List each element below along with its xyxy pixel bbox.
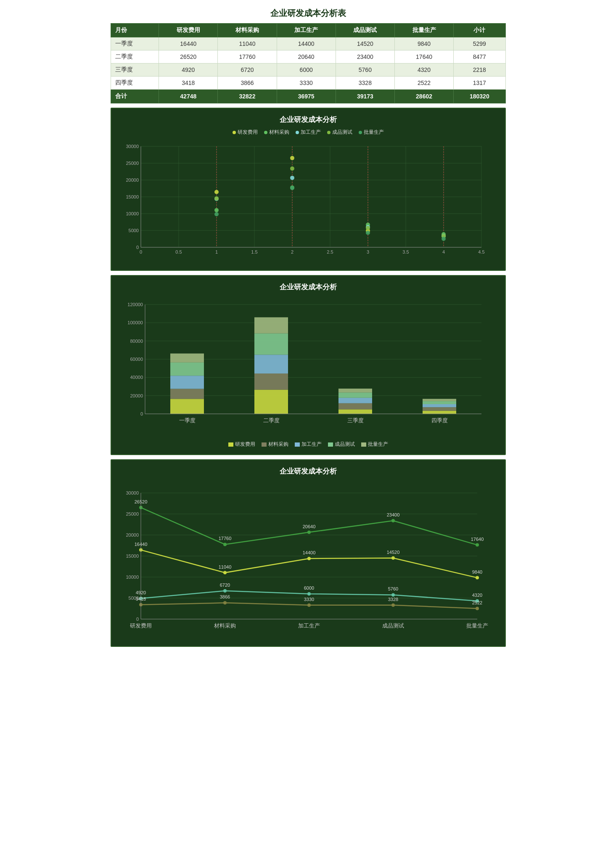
svg-point-135 bbox=[391, 519, 395, 522]
svg-rect-76 bbox=[170, 376, 204, 389]
table-cell: 3418 bbox=[159, 77, 218, 90]
svg-text:四季度: 四季度 bbox=[431, 417, 447, 424]
svg-text:三季度: 三季度 bbox=[347, 417, 363, 424]
table-cell-label: 二季度 bbox=[111, 50, 159, 64]
svg-text:25000: 25000 bbox=[126, 511, 139, 516]
svg-text:20000: 20000 bbox=[130, 393, 143, 398]
legend-item: 加工生产 bbox=[296, 129, 321, 136]
legend-item: 加工生产 bbox=[295, 441, 322, 448]
svg-text:17760: 17760 bbox=[218, 536, 231, 541]
svg-point-157 bbox=[476, 607, 479, 610]
table-header-row: 月份研发费用材料采购加工生产成品测试批量生产小计 bbox=[111, 24, 505, 37]
table-footer-cell: 32822 bbox=[218, 90, 277, 103]
legend-item: 批量生产 bbox=[361, 441, 388, 448]
table-section: 企业研发成本分析表 月份研发费用材料采购加工生产成品测试批量生产小计 一季度16… bbox=[106, 0, 510, 103]
data-table: 月份研发费用材料采购加工生产成品测试批量生产小计 一季度164401104014… bbox=[111, 23, 506, 103]
svg-rect-93 bbox=[423, 407, 456, 410]
svg-rect-96 bbox=[423, 399, 456, 401]
table-row: 二季度26520177602064023400176408477 bbox=[111, 50, 505, 64]
svg-text:一季度: 一季度 bbox=[179, 417, 195, 424]
legend-item: 材料采购 bbox=[264, 129, 289, 136]
chart3-title: 企业研发成本分析 bbox=[116, 464, 501, 480]
table-cell: 6000 bbox=[277, 64, 336, 77]
svg-text:4.5: 4.5 bbox=[478, 249, 484, 254]
table-footer-row: 合计4274832822369753917328602180320 bbox=[111, 90, 505, 103]
legend-item: 研发费用 bbox=[228, 441, 255, 448]
chart1-container: 05000100001500020000250003000000.511.522… bbox=[116, 138, 501, 266]
svg-text:100000: 100000 bbox=[127, 320, 143, 325]
svg-rect-90 bbox=[338, 389, 372, 392]
svg-text:成品测试: 成品测试 bbox=[382, 622, 404, 629]
svg-rect-80 bbox=[254, 390, 288, 414]
table-cell: 16440 bbox=[159, 37, 218, 50]
table-cell: 5760 bbox=[336, 64, 394, 77]
table-cell: 14520 bbox=[336, 37, 394, 50]
svg-text:40000: 40000 bbox=[130, 375, 143, 380]
svg-text:2.5: 2.5 bbox=[327, 249, 333, 254]
table-footer-cell: 180320 bbox=[454, 90, 505, 103]
svg-text:4: 4 bbox=[442, 249, 444, 254]
svg-point-55 bbox=[290, 186, 294, 190]
svg-point-51 bbox=[290, 167, 294, 171]
table-footer-label: 合计 bbox=[111, 90, 159, 103]
svg-text:6720: 6720 bbox=[219, 583, 230, 588]
table-cell-label: 一季度 bbox=[111, 37, 159, 50]
svg-point-133 bbox=[307, 531, 311, 534]
svg-point-131 bbox=[223, 543, 227, 546]
svg-rect-87 bbox=[338, 403, 372, 410]
table-cell: 17640 bbox=[394, 50, 453, 64]
svg-rect-95 bbox=[423, 401, 456, 404]
table-body: 一季度1644011040144001452098405299二季度265201… bbox=[111, 37, 505, 90]
table-cell: 23400 bbox=[336, 50, 394, 64]
svg-text:1: 1 bbox=[215, 249, 217, 254]
svg-point-52 bbox=[366, 226, 370, 230]
main-title: 企业研发成本分析表 bbox=[111, 4, 506, 23]
svg-text:11040: 11040 bbox=[218, 564, 231, 569]
table-cell: 4920 bbox=[159, 64, 218, 77]
chart1-section: 企业研发成本分析 研发费用材料采购加工生产成品测试批量生产 0500010000… bbox=[111, 108, 506, 271]
svg-text:3328: 3328 bbox=[388, 597, 398, 602]
svg-point-127 bbox=[476, 576, 479, 580]
svg-rect-94 bbox=[423, 404, 456, 407]
svg-text:4320: 4320 bbox=[472, 593, 482, 598]
svg-rect-74 bbox=[170, 399, 204, 414]
svg-text:60000: 60000 bbox=[130, 357, 143, 362]
svg-rect-88 bbox=[338, 398, 372, 403]
table-cell: 2218 bbox=[454, 64, 505, 77]
table-footer-cell: 39173 bbox=[336, 90, 394, 103]
table-cell: 9840 bbox=[394, 37, 453, 50]
svg-rect-84 bbox=[254, 317, 288, 333]
svg-text:15000: 15000 bbox=[126, 194, 139, 199]
svg-text:30000: 30000 bbox=[126, 490, 139, 495]
table-cell: 14400 bbox=[277, 37, 336, 50]
legend-item: 批量生产 bbox=[359, 129, 384, 136]
svg-rect-83 bbox=[254, 334, 288, 355]
svg-text:0: 0 bbox=[136, 245, 138, 250]
legend-item: 成品测试 bbox=[327, 129, 352, 136]
svg-text:20640: 20640 bbox=[302, 524, 315, 529]
svg-point-125 bbox=[391, 556, 395, 560]
svg-text:20000: 20000 bbox=[126, 532, 139, 538]
svg-text:17640: 17640 bbox=[471, 537, 484, 542]
svg-point-121 bbox=[223, 571, 227, 575]
chart3-section: 企业研发成本分析 050001000015000200002500030000研… bbox=[111, 459, 506, 647]
svg-text:30000: 30000 bbox=[126, 144, 139, 149]
table-cell-label: 四季度 bbox=[111, 77, 159, 90]
svg-point-39 bbox=[290, 156, 294, 160]
svg-text:1.5: 1.5 bbox=[251, 249, 257, 254]
chart1-legend: 研发费用材料采购加工生产成品测试批量生产 bbox=[116, 129, 501, 136]
table-footer-cell: 36975 bbox=[277, 90, 336, 103]
svg-text:二季度: 二季度 bbox=[263, 417, 279, 424]
svg-point-137 bbox=[476, 543, 479, 547]
svg-text:2522: 2522 bbox=[472, 600, 482, 605]
table-header-cell: 研发费用 bbox=[159, 24, 218, 37]
svg-text:10000: 10000 bbox=[126, 211, 139, 216]
table-cell: 20640 bbox=[277, 50, 336, 64]
svg-text:3: 3 bbox=[366, 249, 369, 254]
svg-point-145 bbox=[391, 593, 395, 596]
table-cell: 5299 bbox=[454, 37, 505, 50]
svg-text:80000: 80000 bbox=[130, 339, 143, 344]
table-cell: 8477 bbox=[454, 50, 505, 64]
table-header-cell: 成品测试 bbox=[336, 24, 394, 37]
chart1-svg: 05000100001500020000250003000000.511.522… bbox=[116, 138, 494, 264]
